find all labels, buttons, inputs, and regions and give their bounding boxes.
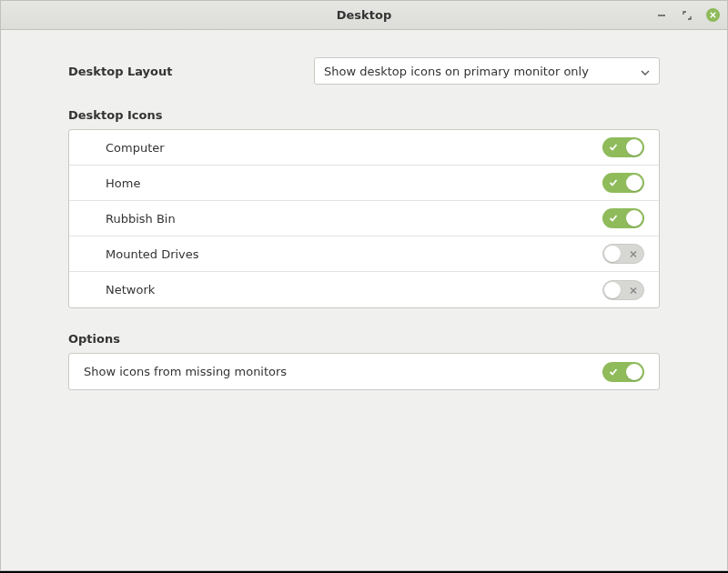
desktop-icons-header: Desktop Icons <box>68 108 660 122</box>
chevron-down-icon <box>641 65 650 78</box>
toggle-show-icons-from-missing-monitors[interactable] <box>602 362 644 382</box>
list-item-label: Computer <box>106 141 165 155</box>
toggle-knob <box>604 282 621 298</box>
settings-body: Desktop Layout Show desktop icons on pri… <box>1 30 727 570</box>
desktop-layout-row: Desktop Layout Show desktop icons on pri… <box>68 57 660 85</box>
x-icon <box>630 283 637 297</box>
desktop-layout-combobox[interactable]: Show desktop icons on primary monitor on… <box>314 57 660 85</box>
x-icon <box>630 247 637 261</box>
toggle-rubbish-bin[interactable] <box>602 208 644 228</box>
list-item-label: Show icons from missing monitors <box>84 365 287 378</box>
options-list: Show icons from missing monitors <box>68 353 660 390</box>
list-item-home: Home <box>69 166 659 201</box>
titlebar-controls <box>655 8 720 22</box>
desktop-layout-label: Desktop Layout <box>68 65 287 78</box>
list-item-show-icons-from-missing-monitors: Show icons from missing monitors <box>69 354 659 389</box>
toggle-knob <box>626 210 642 226</box>
toggle-network[interactable] <box>602 280 644 300</box>
toggle-mounted-drives[interactable] <box>602 244 644 264</box>
list-item-network: Network <box>69 272 659 307</box>
check-icon <box>609 176 618 190</box>
titlebar: Desktop <box>1 1 727 30</box>
toggle-knob <box>626 175 642 191</box>
list-item-computer: Computer <box>69 130 659 166</box>
window-title: Desktop <box>1 8 727 22</box>
toggle-knob <box>604 246 621 262</box>
list-item-mounted-drives: Mounted Drives <box>69 236 659 272</box>
toggle-home[interactable] <box>602 173 644 193</box>
list-item-label: Network <box>106 283 155 297</box>
toggle-knob <box>626 364 642 380</box>
list-item-label: Mounted Drives <box>106 247 199 261</box>
check-icon <box>609 212 618 226</box>
close-button[interactable] <box>706 8 720 22</box>
icons-list: ComputerHomeRubbish BinMounted DrivesNet… <box>68 129 660 308</box>
check-icon <box>609 141 618 155</box>
toggle-knob <box>626 139 642 156</box>
desktop-settings-window: Desktop Desktop Layout Show desktop icon… <box>0 0 728 571</box>
list-item-rubbish-bin: Rubbish Bin <box>69 201 659 236</box>
minimize-button[interactable] <box>655 9 668 22</box>
toggle-computer[interactable] <box>602 137 644 157</box>
maximize-button[interactable] <box>681 9 693 22</box>
list-item-label: Home <box>106 176 140 190</box>
check-icon <box>609 365 618 378</box>
desktop-layout-value: Show desktop icons on primary monitor on… <box>324 65 589 78</box>
options-header: Options <box>68 332 660 346</box>
list-item-label: Rubbish Bin <box>106 212 176 226</box>
